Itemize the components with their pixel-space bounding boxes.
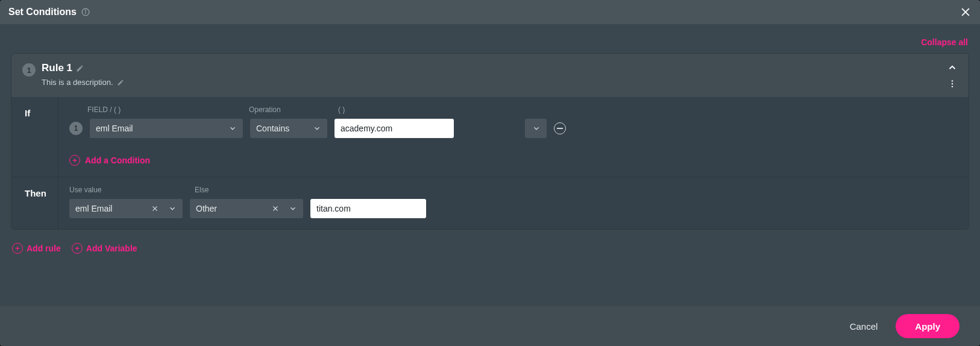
chevron-down-icon: [313, 124, 321, 133]
else-select[interactable]: Other: [190, 199, 303, 218]
header-operation: Operation: [249, 105, 326, 114]
header-use-value: Use value: [69, 186, 183, 194]
add-rule-label: Add rule: [27, 244, 61, 253]
plus-circle-icon: [69, 155, 80, 166]
rule-menu-button[interactable]: [947, 79, 957, 89]
if-content: FIELD / ( ) Operation ( ) 1 eml Email Co…: [58, 97, 969, 177]
cancel-button[interactable]: Cancel: [850, 321, 878, 332]
chevron-down-icon: [532, 124, 541, 133]
else-value-input[interactable]: [310, 199, 426, 218]
add-condition-button[interactable]: Add a Condition: [69, 155, 958, 166]
then-column-headers: Use value Else: [69, 186, 958, 194]
collapse-all-link[interactable]: Collapse all: [921, 37, 968, 47]
if-column-headers: FIELD / ( ) Operation ( ): [87, 105, 958, 114]
rule-header-left: 1 Rule 1 This is a description.: [22, 62, 124, 87]
condition-value-input[interactable]: [335, 119, 454, 138]
rule-index-badge: 1: [22, 63, 36, 77]
use-value-text: eml Email: [75, 204, 151, 213]
rule-header-right: [947, 62, 958, 89]
rule-description-text: This is a description.: [42, 78, 113, 87]
edit-title-icon[interactable]: [76, 64, 84, 72]
chevron-down-icon: [168, 204, 177, 213]
condition-field-select[interactable]: eml Email: [90, 119, 243, 138]
add-variable-label: Add Variable: [86, 244, 137, 253]
add-rule-button[interactable]: Add rule: [12, 243, 61, 254]
plus-circle-icon: [12, 243, 23, 254]
condition-row: 1 eml Email Contains: [69, 119, 958, 138]
info-icon[interactable]: [81, 8, 90, 16]
collapse-rule-button[interactable]: [947, 62, 958, 73]
edit-description-icon[interactable]: [117, 79, 124, 86]
top-actions: Collapse all: [0, 24, 980, 53]
modal-title: Set Conditions: [8, 7, 90, 17]
modal-header: Set Conditions: [0, 0, 980, 24]
chevron-down-icon: [228, 124, 237, 133]
condition-operation-value: Contains: [256, 124, 289, 133]
rule-description: This is a description.: [42, 78, 124, 87]
condition-join-select[interactable]: [525, 119, 547, 138]
clear-use-value-icon[interactable]: [151, 205, 159, 212]
close-button[interactable]: [960, 6, 972, 18]
if-label: If: [11, 97, 58, 177]
clear-else-icon[interactable]: [272, 205, 279, 212]
minus-icon: [557, 128, 563, 129]
svg-point-6: [952, 83, 953, 84]
rule-header: 1 Rule 1 This is a description.: [11, 54, 969, 97]
add-variable-button[interactable]: Add Variable: [72, 243, 137, 254]
then-label: Then: [11, 177, 58, 229]
condition-field-value: eml Email: [96, 124, 133, 133]
then-section: Then Use value Else eml Email: [11, 177, 969, 229]
else-select-text: Other: [196, 204, 272, 213]
header-else: Else: [195, 186, 308, 194]
condition-index-badge: 1: [69, 122, 83, 135]
remove-condition-button[interactable]: [554, 122, 566, 134]
add-condition-label: Add a Condition: [85, 156, 150, 165]
if-section: If FIELD / ( ) Operation ( ) 1 eml Email: [11, 97, 969, 177]
svg-point-5: [952, 80, 953, 81]
set-conditions-modal: Set Conditions Collapse all 1 Rule 1: [0, 0, 980, 346]
modal-title-text: Set Conditions: [8, 7, 77, 17]
modal-body: Collapse all 1 Rule 1 This is a descri: [0, 24, 980, 254]
chevron-down-icon: [289, 204, 297, 213]
rule-card: 1 Rule 1 This is a description.: [11, 53, 969, 230]
header-paren: ( ): [338, 105, 362, 114]
rule-title-text: Rule 1: [42, 62, 72, 74]
rule-title-wrap: Rule 1 This is a description.: [42, 62, 124, 87]
footer-links: Add rule Add Variable: [0, 230, 980, 254]
then-row: eml Email Other: [69, 199, 958, 218]
rule-title: Rule 1: [42, 62, 124, 74]
modal-footer: Cancel Apply: [0, 306, 980, 346]
condition-operation-select[interactable]: Contains: [250, 119, 327, 138]
then-content: Use value Else eml Email Other: [58, 177, 969, 229]
use-value-select[interactable]: eml Email: [69, 199, 183, 218]
plus-circle-icon: [72, 243, 83, 254]
svg-point-7: [952, 86, 953, 87]
header-field: FIELD / ( ): [87, 105, 237, 114]
svg-point-2: [85, 10, 86, 11]
apply-button[interactable]: Apply: [896, 314, 960, 338]
